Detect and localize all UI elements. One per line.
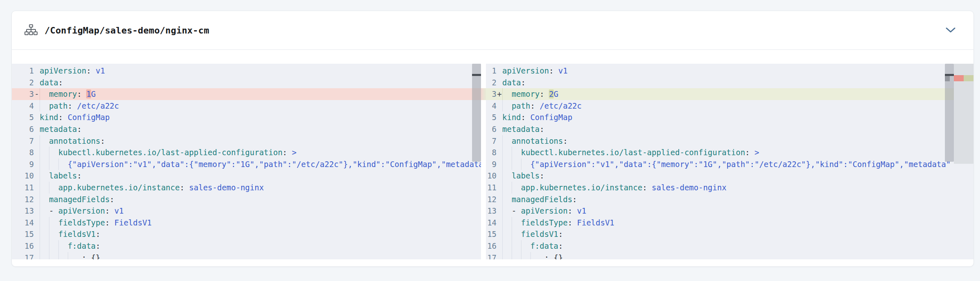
code-line: 12 managedFields: (486, 194, 973, 205)
right-scrollbar-thumb[interactable] (945, 64, 954, 162)
code-line: 8 kubectl.kubernetes.io/last-applied-con… (486, 147, 973, 158)
line-number: 12 (12, 194, 34, 205)
code-text: fieldsType: FieldsV1 (40, 218, 152, 227)
diff-marker: + (497, 88, 502, 100)
code-text: managedFields: (40, 195, 114, 204)
line-number: 14 (12, 217, 34, 229)
deleted-chunk-marker (954, 75, 964, 81)
line-number: 2 (486, 77, 497, 89)
line-number: 9 (12, 158, 34, 170)
line-number: 5 (12, 112, 34, 123)
code-text: kind: ConfigMap (40, 113, 110, 122)
code-line: 13 - apiVersion: v1 (12, 205, 481, 217)
code-text: fieldsV1: (502, 230, 563, 239)
code-text: {"apiVersion":"v1","data":{"memory":"1G"… (40, 160, 481, 169)
left-scrollbar-thumb[interactable] (472, 64, 481, 162)
code-line: 9 {"apiVersion":"v1","data":{"memory":"1… (12, 158, 481, 170)
line-number: 17 (12, 252, 34, 260)
code-line: 10 labels: (12, 170, 481, 182)
code-line: 8 kubectl.kubernetes.io/last-applied-con… (12, 147, 481, 158)
code-line: 6metadata: (486, 123, 973, 135)
scroll-position-mark (472, 74, 481, 76)
code-line: 1apiVersion: v1 (486, 65, 973, 77)
added-chunk-marker (964, 75, 973, 81)
code-text: data: (40, 78, 63, 87)
line-number: 11 (12, 182, 34, 194)
code-line: 14 fieldsType: FieldsV1 (486, 217, 973, 229)
code-text: memory: 1G (40, 89, 96, 98)
code-line: 4 path: /etc/a22c (486, 100, 973, 112)
code-line: 3+ memory: 2G (486, 88, 973, 100)
line-number: 17 (486, 252, 497, 260)
code-text: .: {} (40, 253, 100, 260)
line-number: 3 (486, 88, 497, 100)
code-line: 14 fieldsType: FieldsV1 (12, 217, 481, 229)
line-number: 10 (12, 170, 34, 182)
line-number: 5 (486, 112, 497, 123)
code-text: labels: (502, 171, 544, 180)
code-text: {"apiVersion":"v1","data":{"memory":"1G"… (502, 160, 951, 169)
code-line: 7 annotations: (486, 135, 973, 147)
code-line: 16 f:data: (486, 240, 973, 252)
code-line: 13 - apiVersion: v1 (486, 205, 973, 217)
code-line: 6metadata: (12, 123, 481, 135)
line-number: 4 (486, 100, 497, 112)
chevron-down-icon[interactable] (946, 27, 956, 33)
line-number: 15 (486, 228, 497, 240)
resource-diff-card: /ConfigMap/sales-demo/nginx-cm 1apiVersi… (11, 11, 974, 267)
code-line: 15 fieldsV1: (12, 228, 481, 240)
line-number: 13 (12, 205, 34, 217)
code-text: kind: ConfigMap (502, 113, 572, 122)
line-number: 14 (486, 217, 497, 229)
code-text: apiVersion: v1 (40, 66, 105, 75)
code-text: fieldsV1: (40, 230, 100, 239)
code-text: annotations: (502, 136, 568, 145)
code-text: - apiVersion: v1 (40, 206, 124, 215)
code-line: 9 {"apiVersion":"v1","data":{"memory":"1… (486, 158, 973, 170)
code-text: kubectl.kubernetes.io/last-applied-confi… (502, 148, 759, 157)
code-text: kubectl.kubernetes.io/last-applied-confi… (40, 148, 296, 157)
line-number: 1 (486, 65, 497, 77)
line-number: 9 (486, 158, 497, 170)
line-number: 8 (12, 147, 34, 158)
header-divider (12, 49, 973, 50)
diff-pane-right[interactable]: 1apiVersion: v12data:3+ memory: 2G4 path… (486, 64, 973, 259)
line-number: 4 (12, 100, 34, 112)
code-line: 7 annotations: (12, 135, 481, 147)
code-text: path: /etc/a22c (502, 101, 581, 110)
code-line: 2data: (12, 77, 481, 89)
line-number: 1 (12, 65, 34, 77)
merge-diff-view: 1apiVersion: v12data:3- memory: 1G4 path… (12, 64, 973, 259)
code-text: labels: (40, 171, 82, 180)
resource-path-title: /ConfigMap/sales-demo/nginx-cm (45, 25, 209, 36)
code-line: 12 managedFields: (12, 194, 481, 205)
code-line: 2data: (486, 77, 973, 89)
line-number: 15 (12, 228, 34, 240)
line-number: 6 (486, 123, 497, 135)
code-text: metadata: (502, 125, 544, 134)
code-line: 5kind: ConfigMap (486, 112, 973, 123)
code-text: data: (502, 78, 526, 87)
org-chart-icon (24, 23, 38, 37)
code-line: 1apiVersion: v1 (12, 65, 481, 77)
line-number: 6 (12, 123, 34, 135)
code-text: app.kubernetes.io/instance: sales-demo-n… (40, 183, 264, 192)
line-number: 11 (486, 182, 497, 194)
line-number: 8 (486, 147, 497, 158)
line-number: 3 (12, 88, 34, 100)
code-line: 11 app.kubernetes.io/instance: sales-dem… (486, 182, 973, 194)
diff-marker: - (34, 88, 40, 100)
code-line: 11 app.kubernetes.io/instance: sales-dem… (12, 182, 481, 194)
line-number: 7 (486, 135, 497, 147)
diff-chunk-connector (481, 88, 486, 100)
code-text: metadata: (40, 125, 82, 134)
diff-overview-ruler (954, 64, 973, 164)
code-line: 4 path: /etc/a22c (12, 100, 481, 112)
resource-header[interactable]: /ConfigMap/sales-demo/nginx-cm (12, 11, 973, 49)
code-line: 17 .: {} (486, 252, 973, 260)
code-line: 16 f:data: (12, 240, 481, 252)
code-text: managedFields: (502, 195, 577, 204)
line-number: 16 (486, 240, 497, 252)
code-text: memory: 2G (502, 89, 558, 98)
diff-pane-left[interactable]: 1apiVersion: v12data:3- memory: 1G4 path… (12, 64, 481, 259)
